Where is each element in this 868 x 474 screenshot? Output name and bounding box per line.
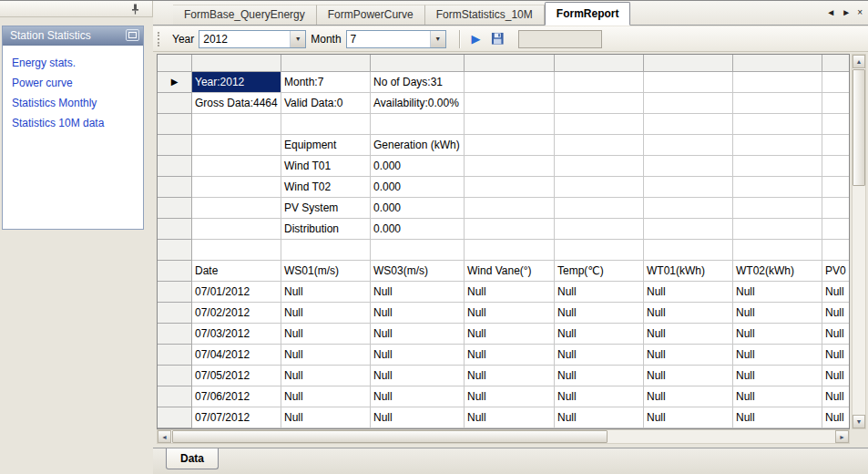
- grid-cell[interactable]: [465, 72, 555, 93]
- grid-cell[interactable]: [555, 114, 644, 135]
- grid-cell[interactable]: Null: [371, 386, 465, 407]
- grid-cell[interactable]: Null: [733, 282, 822, 303]
- grid-cell[interactable]: Null: [555, 366, 644, 386]
- grid-cell[interactable]: [192, 114, 281, 135]
- grid-cell[interactable]: Null: [733, 345, 822, 366]
- sidebar-item-statistics-monthly[interactable]: Statistics Monthly: [3, 93, 143, 113]
- grid-row-header[interactable]: [158, 261, 192, 282]
- grid-cell[interactable]: Null: [733, 386, 822, 407]
- grid-cell[interactable]: No of Days:31: [371, 72, 465, 93]
- grid-cell[interactable]: [733, 72, 822, 93]
- grid-cell[interactable]: 0.000: [371, 156, 465, 177]
- sidebar-item-statistics-10m-data[interactable]: Statistics 10M data: [3, 113, 143, 133]
- grid-cell[interactable]: Null: [281, 282, 371, 303]
- vertical-scrollbar-thumb[interactable]: [853, 69, 865, 186]
- grid-cell[interactable]: Null: [281, 407, 371, 428]
- horizontal-scrollbar-thumb[interactable]: [172, 430, 608, 443]
- grid-cell[interactable]: Null: [822, 345, 850, 366]
- grid-cell[interactable]: [644, 240, 733, 261]
- grid-cell[interactable]: [371, 240, 465, 261]
- grid-cell[interactable]: Null: [733, 324, 822, 345]
- grid-cell[interactable]: [733, 114, 822, 135]
- grid-cell[interactable]: Distribution: [281, 219, 371, 240]
- grid-cell[interactable]: Null: [644, 282, 733, 303]
- grid-cell[interactable]: Null: [555, 407, 644, 428]
- grid-row-header[interactable]: [158, 386, 192, 407]
- grid-cell[interactable]: Null: [644, 324, 733, 345]
- grid-cell[interactable]: Gross Data:4464: [192, 93, 281, 114]
- grid-cell[interactable]: [371, 114, 465, 135]
- grid-cell[interactable]: [822, 156, 850, 177]
- month-combobox[interactable]: 7 ▼: [346, 30, 446, 48]
- grid-cell[interactable]: [465, 114, 555, 135]
- grid-cell[interactable]: Year:2012: [192, 72, 281, 93]
- grid-cell[interactable]: [644, 135, 733, 156]
- grid-cell[interactable]: Null: [555, 345, 644, 366]
- vertical-scrollbar[interactable]: ▲ ▼: [852, 54, 866, 429]
- grid-row-header[interactable]: [158, 303, 192, 324]
- grid-cell[interactable]: Null: [465, 386, 555, 407]
- grid-cell[interactable]: [733, 240, 822, 261]
- grid-cell[interactable]: Null: [371, 303, 465, 324]
- grid-cell[interactable]: [822, 177, 850, 198]
- grid-cell[interactable]: [733, 156, 822, 177]
- grid-cell[interactable]: Null: [371, 345, 465, 366]
- grid-row-header[interactable]: ▶: [158, 72, 192, 93]
- run-query-button[interactable]: ▶: [465, 29, 487, 49]
- grid-cell[interactable]: Null: [281, 324, 371, 345]
- grid-cell[interactable]: [733, 177, 822, 198]
- grid-cell[interactable]: WS01(m/s): [281, 261, 371, 282]
- grid-cell[interactable]: [465, 219, 555, 240]
- grid-row-header[interactable]: [158, 407, 192, 428]
- grid-cell[interactable]: [192, 135, 281, 156]
- grid-row-header[interactable]: [158, 93, 192, 114]
- grid-cell[interactable]: 07/04/2012: [192, 345, 281, 366]
- chevron-down-icon[interactable]: ▼: [290, 31, 305, 47]
- tab-formbase-queryenergy[interactable]: FormBase_QueryEnergy: [173, 5, 317, 25]
- grid-cell[interactable]: [555, 198, 644, 219]
- scroll-up-icon[interactable]: ▲: [853, 55, 865, 68]
- grid-row-header[interactable]: [158, 135, 192, 156]
- grid-cell[interactable]: [465, 198, 555, 219]
- grid-cell[interactable]: [281, 114, 371, 135]
- grid-cell[interactable]: 07/01/2012: [192, 282, 281, 303]
- grid-cell[interactable]: Null: [465, 345, 555, 366]
- grid-cell[interactable]: [733, 93, 822, 114]
- grid-cell[interactable]: [192, 177, 281, 198]
- grid-cell[interactable]: 07/03/2012: [192, 324, 281, 345]
- grid-row-header[interactable]: [158, 156, 192, 177]
- grid-cell[interactable]: [465, 177, 555, 198]
- grid-cell[interactable]: [822, 72, 850, 93]
- grid-cell[interactable]: 07/07/2012: [192, 407, 281, 428]
- grid-cell[interactable]: [555, 219, 644, 240]
- grid-cell[interactable]: Date: [192, 261, 281, 282]
- grid-cell[interactable]: 0.000: [371, 198, 465, 219]
- grid-cell[interactable]: Wind Vane(°): [465, 261, 555, 282]
- grid-cell[interactable]: Null: [644, 345, 733, 366]
- grid-cell[interactable]: [281, 240, 371, 261]
- grid-cell[interactable]: Null: [465, 407, 555, 428]
- grid-cell[interactable]: Null: [644, 407, 733, 428]
- grid-cell[interactable]: Null: [644, 386, 733, 407]
- scroll-right-icon[interactable]: ►: [835, 430, 849, 443]
- grid-row-header[interactable]: [158, 324, 192, 345]
- grid-cell[interactable]: Null: [822, 407, 850, 428]
- grid-cell[interactable]: [555, 156, 644, 177]
- grid-cell[interactable]: Null: [822, 303, 850, 324]
- grid-cell[interactable]: Null: [822, 366, 850, 386]
- grid-cell[interactable]: [644, 219, 733, 240]
- sidebar-item-power-curve[interactable]: Power curve: [3, 73, 143, 93]
- grid-column-header[interactable]: [644, 55, 733, 72]
- tab-data[interactable]: Data: [166, 448, 219, 469]
- grid-column-header[interactable]: [465, 55, 555, 72]
- grid-row-header[interactable]: [158, 198, 192, 219]
- grid-cell[interactable]: [555, 240, 644, 261]
- grid-column-header[interactable]: [281, 55, 371, 72]
- grid-cell[interactable]: Null: [644, 303, 733, 324]
- grid-cell[interactable]: [644, 114, 733, 135]
- grid-cell[interactable]: Null: [555, 303, 644, 324]
- grid-column-header[interactable]: [733, 55, 822, 72]
- grid-cell[interactable]: Null: [555, 324, 644, 345]
- grid-cell[interactable]: Month:7: [281, 72, 371, 93]
- grid-cell[interactable]: [822, 114, 850, 135]
